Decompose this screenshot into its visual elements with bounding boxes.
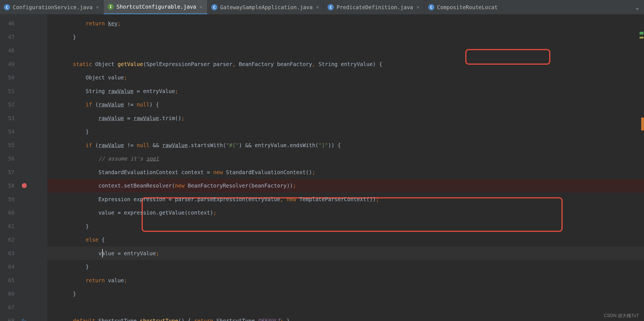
line-number: 47	[0, 34, 17, 40]
close-icon[interactable]: ×	[95, 4, 100, 10]
code-line[interactable]: // assume it's spel	[47, 152, 644, 166]
line-number: 49	[0, 61, 17, 67]
line-number: 64	[0, 264, 17, 270]
gutter-row[interactable]: 57	[0, 166, 47, 179]
code-line[interactable]	[47, 301, 644, 314]
code-line[interactable]: }	[47, 287, 644, 301]
code-line[interactable]: rawValue = rawValue.trim();	[47, 111, 644, 125]
line-number: 55	[0, 142, 17, 148]
gutter-row[interactable]: 60	[0, 206, 47, 220]
file-type-icon: C	[328, 4, 334, 10]
code-line[interactable]: else {	[47, 233, 644, 247]
override-icon[interactable]: O↓	[22, 318, 27, 321]
inspection-marker-warn[interactable]	[640, 37, 643, 38]
gutter-row[interactable]: 55	[0, 138, 47, 152]
tab-0[interactable]: CConfigurationService.java×	[0, 0, 104, 14]
gutter-row[interactable]: 53	[0, 111, 47, 125]
gutter: 4647484950515253545556575859606162636465…	[0, 14, 47, 321]
gutter-row[interactable]: 63	[0, 247, 47, 260]
code-line[interactable]: }	[47, 30, 644, 44]
line-number: 48	[0, 47, 17, 54]
code-line[interactable]: value = expression.getValue(context);	[47, 206, 644, 220]
line-number: 68	[0, 318, 17, 321]
code-line[interactable]: Expression expression = parser.parseExpr…	[47, 193, 644, 206]
code-area[interactable]: return key; } static Object getValue(Spe…	[47, 14, 644, 321]
close-icon[interactable]: ×	[315, 4, 319, 10]
line-number: 46	[0, 20, 17, 26]
line-number: 63	[0, 250, 17, 256]
gutter-row[interactable]: 62	[0, 233, 47, 247]
tab-2[interactable]: CGatewaySampleApplication.java×	[207, 0, 324, 14]
tab-label: GatewaySampleApplication.java	[220, 4, 313, 10]
code-line[interactable]: default ShortcutType shortcutType() { re…	[47, 314, 644, 321]
line-number: 51	[0, 88, 17, 94]
code-line[interactable]: }	[47, 220, 644, 233]
gutter-row[interactable]: 56	[0, 152, 47, 166]
breakpoint-icon[interactable]	[22, 183, 27, 188]
code-line[interactable]: value = entryValue;	[47, 247, 644, 260]
gutter-row[interactable]: 59	[0, 193, 47, 206]
line-number: 60	[0, 210, 17, 216]
gutter-row[interactable]: 67	[0, 301, 47, 314]
code-line[interactable]: static Object getValue(SpelExpressionPar…	[47, 57, 644, 71]
line-number: 57	[0, 169, 17, 175]
close-icon[interactable]: ×	[416, 4, 420, 10]
text-caret	[102, 249, 103, 257]
watermark: CSDN @大槐TuT	[604, 313, 639, 319]
line-number: 66	[0, 291, 17, 297]
gutter-row[interactable]: 65	[0, 274, 47, 287]
gutter-row[interactable]: 58	[0, 179, 47, 193]
line-number: 54	[0, 128, 17, 135]
code-line[interactable]: context.setBeanResolver(new BeanFactoryR…	[47, 179, 644, 193]
inspection-marker-error[interactable]	[641, 118, 644, 130]
tab-label: PredicateDefinition.java	[336, 4, 413, 10]
line-number: 53	[0, 115, 17, 121]
file-type-icon: I	[108, 4, 114, 10]
code-line[interactable]: return value;	[47, 274, 644, 287]
gutter-row[interactable]: 61	[0, 220, 47, 233]
gutter-row[interactable]: 46	[0, 17, 47, 30]
line-number: 65	[0, 277, 17, 283]
tab-3[interactable]: CPredicateDefinition.java×	[324, 0, 424, 14]
code-line[interactable]: String rawValue = entryValue;	[47, 84, 644, 98]
line-number: 67	[0, 304, 17, 310]
gutter-row[interactable]: 54	[0, 125, 47, 138]
gutter-row[interactable]: 47	[0, 30, 47, 44]
code-line[interactable]: }	[47, 260, 644, 274]
gutter-row[interactable]: 66	[0, 287, 47, 301]
code-line[interactable]: }	[47, 125, 644, 138]
editor: 4647484950515253545556575859606162636465…	[0, 14, 644, 321]
line-number: 50	[0, 74, 17, 81]
line-number: 59	[0, 196, 17, 202]
code-line[interactable]: return key;	[47, 17, 644, 30]
file-type-icon: C	[4, 4, 10, 10]
gutter-row[interactable]: 49	[0, 57, 47, 71]
file-type-icon: C	[211, 4, 217, 10]
tab-4[interactable]: CCompositeRouteLocat	[424, 0, 502, 14]
close-icon[interactable]: ×	[199, 4, 203, 10]
file-type-icon: C	[428, 4, 434, 10]
line-number: 52	[0, 101, 17, 108]
code-line[interactable]: if (rawValue != null) {	[47, 98, 644, 111]
tab-bar: CConfigurationService.java×IShortcutConf…	[0, 0, 644, 14]
code-line[interactable]: StandardEvaluationContext context = new …	[47, 166, 644, 179]
gutter-row[interactable]: 48	[0, 44, 47, 57]
gutter-row[interactable]: 51	[0, 84, 47, 98]
line-number: 61	[0, 223, 17, 229]
line-number: 56	[0, 155, 17, 162]
gutter-row[interactable]: 52	[0, 98, 47, 111]
code-line[interactable]	[47, 44, 644, 57]
line-number: 58	[0, 183, 17, 189]
code-line[interactable]: Object value;	[47, 71, 644, 84]
gutter-row[interactable]: 64	[0, 260, 47, 274]
inspection-marker-ok[interactable]	[640, 32, 643, 35]
tab-overflow-dropdown[interactable]: ⌄	[631, 4, 644, 11]
tab-label: ShortcutConfigurable.java	[117, 4, 196, 10]
tab-label: CompositeRouteLocat	[437, 4, 498, 10]
tab-label: ConfigurationService.java	[13, 4, 93, 10]
gutter-row[interactable]: 50	[0, 71, 47, 84]
line-number: 62	[0, 237, 17, 243]
tab-1[interactable]: IShortcutConfigurable.java×	[104, 0, 207, 14]
gutter-row[interactable]: 68O↓	[0, 314, 47, 321]
code-line[interactable]: if (rawValue != null && rawValue.startsW…	[47, 138, 644, 152]
